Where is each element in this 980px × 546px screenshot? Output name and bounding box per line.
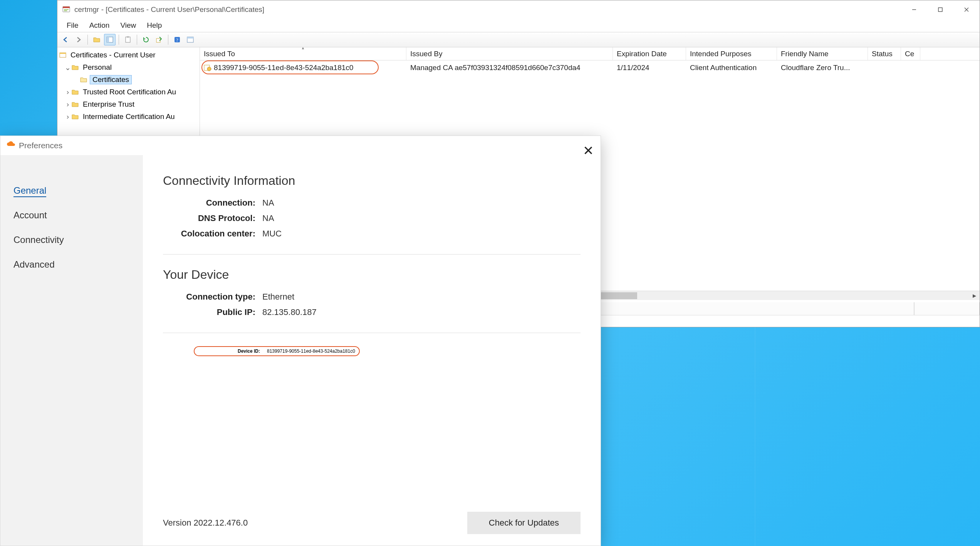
tree-root[interactable]: Certificates - Current User bbox=[57, 49, 200, 61]
certificate-icon bbox=[204, 64, 211, 71]
svg-rect-3 bbox=[64, 10, 67, 11]
minimize-button[interactable] bbox=[901, 0, 927, 19]
preferences-close-button[interactable]: ✕ bbox=[583, 143, 594, 158]
svg-point-20 bbox=[207, 67, 211, 71]
folder-icon[interactable] bbox=[91, 34, 102, 45]
colo-value: MUC bbox=[262, 229, 282, 239]
list-header: Issued To ▲ Issued By Expiration Date In… bbox=[200, 47, 980, 60]
cloudflare-icon bbox=[7, 141, 15, 150]
device-id-label: Device ID: bbox=[198, 348, 260, 354]
close-button[interactable] bbox=[953, 0, 980, 19]
ip-value: 82.135.80.187 bbox=[262, 307, 317, 317]
divider bbox=[163, 333, 581, 333]
scroll-right-icon[interactable]: ▶ bbox=[970, 293, 978, 298]
ip-label: Public IP: bbox=[163, 307, 255, 317]
dns-label: DNS Protocol: bbox=[163, 213, 255, 223]
clipboard-icon[interactable] bbox=[122, 34, 134, 45]
certmgr-title: certmgr - [Certificates - Current User\P… bbox=[74, 5, 264, 14]
connection-value: NA bbox=[262, 198, 274, 208]
chevron-down-icon[interactable]: ⌄ bbox=[64, 63, 71, 72]
sidebar-item-account[interactable]: Account bbox=[0, 203, 143, 228]
menu-help[interactable]: Help bbox=[142, 20, 166, 31]
menu-action[interactable]: Action bbox=[85, 20, 114, 31]
folder-icon bbox=[71, 113, 79, 121]
device-heading: Your Device bbox=[163, 268, 581, 282]
menu-file[interactable]: File bbox=[62, 20, 83, 31]
svg-rect-9 bbox=[107, 37, 109, 42]
show-hide-tree-icon[interactable] bbox=[104, 34, 116, 45]
sidebar-item-general[interactable]: General bbox=[0, 178, 143, 203]
bottom-tab-2[interactable] bbox=[557, 302, 914, 315]
bottom-tab-3[interactable] bbox=[914, 302, 980, 315]
connection-label: Connection: bbox=[163, 198, 255, 208]
cell-expiration: 1/11/2024 bbox=[613, 62, 686, 74]
annotation-highlight-device-id: Device ID: 81399719-9055-11ed-8e43-524a2… bbox=[194, 346, 360, 356]
export-icon[interactable] bbox=[153, 34, 165, 45]
cell-friendly-name: Cloudflare Zero Tru... bbox=[777, 62, 868, 74]
cell-cert-template bbox=[901, 66, 920, 69]
cell-status bbox=[868, 66, 901, 69]
folder-open-icon bbox=[80, 76, 87, 84]
svg-rect-2 bbox=[64, 9, 69, 10]
svg-text:?: ? bbox=[176, 37, 178, 43]
forward-icon[interactable] bbox=[73, 34, 84, 45]
certmgr-toolbar: ? bbox=[57, 32, 980, 47]
preferences-window: Preferences ✕ General Account Connectivi… bbox=[0, 136, 601, 546]
cell-issued-to: 81399719-9055-11ed-8e43-524a2ba181c0 bbox=[200, 62, 406, 74]
tree-trusted-root[interactable]: › Trusted Root Certification Au bbox=[57, 86, 200, 98]
preferences-titlebar[interactable]: Preferences bbox=[0, 136, 601, 155]
svg-rect-1 bbox=[63, 7, 70, 8]
svg-rect-16 bbox=[187, 37, 193, 39]
svg-rect-10 bbox=[126, 37, 130, 42]
chevron-right-icon[interactable]: › bbox=[64, 88, 71, 96]
sidebar-item-connectivity[interactable]: Connectivity bbox=[0, 228, 143, 252]
cell-issued-by: Managed CA ae57f03931324f08591d660e7c370… bbox=[406, 62, 613, 74]
column-cert-template[interactable]: Ce bbox=[901, 47, 920, 60]
connectivity-heading: Connectivity Information bbox=[163, 174, 581, 188]
help-icon[interactable]: ? bbox=[171, 34, 183, 45]
back-icon[interactable] bbox=[60, 34, 71, 45]
certmgr-menubar: File Action View Help bbox=[57, 19, 980, 32]
preferences-main: Connectivity Information Connection:NA D… bbox=[143, 155, 601, 546]
svg-rect-11 bbox=[127, 36, 129, 38]
check-updates-button[interactable]: Check for Updates bbox=[467, 512, 581, 534]
column-friendly-name[interactable]: Friendly Name bbox=[777, 47, 868, 60]
folder-icon bbox=[71, 64, 79, 71]
cert-pane-icon[interactable] bbox=[185, 34, 196, 45]
menu-view[interactable]: View bbox=[116, 20, 141, 31]
column-expiration[interactable]: Expiration Date bbox=[613, 47, 686, 60]
column-issued-to[interactable]: Issued To ▲ bbox=[200, 47, 406, 60]
cert-store-icon bbox=[59, 51, 67, 59]
colo-label: Colocation center: bbox=[163, 229, 255, 239]
maximize-button[interactable] bbox=[927, 0, 953, 19]
device-id-value: 81399719-9055-11ed-8e43-524a2ba181c0 bbox=[267, 348, 355, 354]
tree-certificates[interactable]: Certificates bbox=[57, 74, 200, 86]
chevron-right-icon[interactable]: › bbox=[64, 100, 71, 109]
column-issued-by[interactable]: Issued By bbox=[406, 47, 613, 60]
tree-enterprise-trust[interactable]: › Enterprise Trust bbox=[57, 98, 200, 111]
refresh-icon[interactable] bbox=[140, 34, 152, 45]
column-status[interactable]: Status bbox=[868, 47, 901, 60]
cert-row[interactable]: 81399719-9055-11ed-8e43-524a2ba181c0 Man… bbox=[200, 60, 980, 75]
dns-value: NA bbox=[262, 213, 274, 223]
divider bbox=[163, 254, 581, 255]
certmgr-titlebar[interactable]: certmgr - [Certificates - Current User\P… bbox=[57, 0, 980, 19]
sort-indicator-icon: ▲ bbox=[301, 46, 305, 50]
certmgr-app-icon bbox=[62, 5, 70, 14]
svg-rect-5 bbox=[938, 8, 942, 12]
version-label: Version 2022.12.476.0 bbox=[163, 518, 248, 528]
column-purposes[interactable]: Intended Purposes bbox=[686, 47, 777, 60]
tree-personal[interactable]: ⌄ Personal bbox=[57, 61, 200, 74]
folder-icon bbox=[71, 88, 79, 96]
tree-intermediate[interactable]: › Intermediate Certification Au bbox=[57, 111, 200, 123]
preferences-title: Preferences bbox=[19, 141, 62, 150]
chevron-right-icon[interactable]: › bbox=[64, 112, 71, 121]
sidebar-item-advanced[interactable]: Advanced bbox=[0, 252, 143, 277]
folder-icon bbox=[71, 100, 79, 108]
svg-rect-18 bbox=[60, 53, 66, 54]
cell-purposes: Client Authentication bbox=[686, 62, 777, 74]
conn-type-label: Connection type: bbox=[163, 292, 255, 302]
preferences-sidebar: General Account Connectivity Advanced bbox=[0, 155, 143, 546]
conn-type-value: Ethernet bbox=[262, 292, 294, 302]
